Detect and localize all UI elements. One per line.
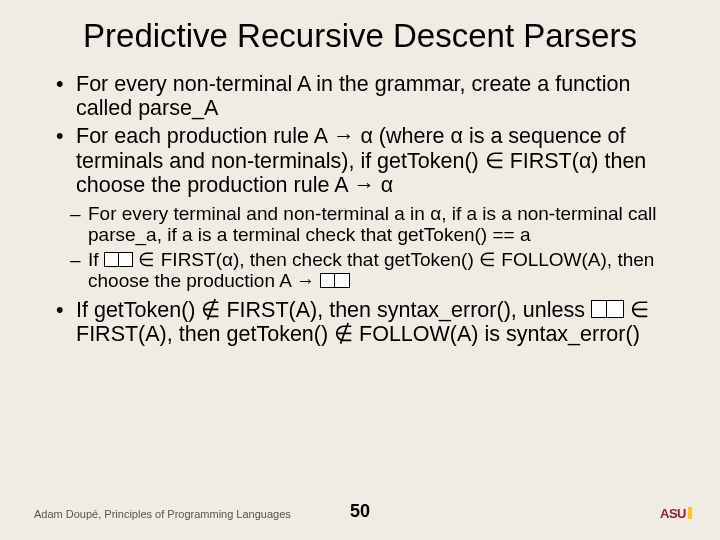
- logo-text: ASU: [660, 506, 686, 521]
- sub-bullet-item: If ∈ FIRST(α), then check that getToken(…: [70, 249, 690, 292]
- bullet-list: If getToken() ∉ FIRST(A), then syntax_er…: [30, 298, 690, 346]
- glyph-box-icon: [334, 273, 350, 289]
- logo: ASU: [660, 504, 692, 522]
- page-number: 50: [350, 501, 370, 522]
- sub-bullet-list: For every terminal and non-terminal a in…: [30, 203, 690, 292]
- glyph-box-icon: [118, 252, 134, 268]
- footer-author: Adam Doupé, Principles of Programming La…: [34, 508, 291, 520]
- sub-bullet-item: For every terminal and non-terminal a in…: [70, 203, 690, 246]
- sub-bullet-text: If: [88, 249, 104, 270]
- slide-title: Predictive Recursive Descent Parsers: [30, 18, 690, 54]
- bullet-text: If getToken() ∉ FIRST(A), then syntax_er…: [76, 298, 591, 322]
- bullet-item: For every non-terminal A in the grammar,…: [56, 72, 690, 120]
- logo-bar-icon: [688, 507, 692, 519]
- sub-bullet-text: ∈ FIRST(α), then check that getToken() ∈…: [88, 249, 654, 291]
- glyph-box-icon: [606, 300, 623, 317]
- bullet-list: For every non-terminal A in the grammar,…: [30, 72, 690, 196]
- bullet-item: If getToken() ∉ FIRST(A), then syntax_er…: [56, 298, 690, 346]
- slide: Predictive Recursive Descent Parsers For…: [0, 0, 720, 540]
- bullet-item: For each production rule A → α (where α …: [56, 124, 690, 196]
